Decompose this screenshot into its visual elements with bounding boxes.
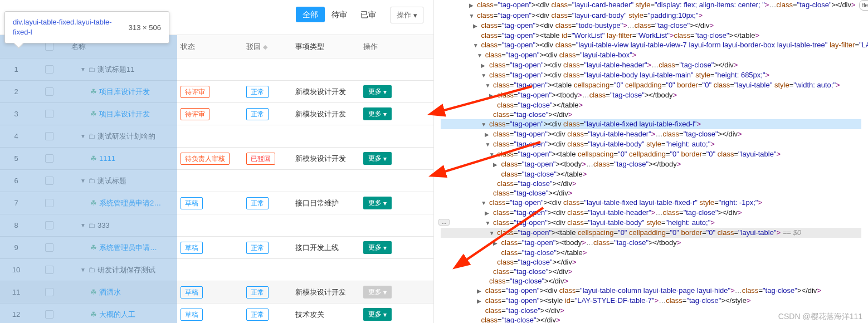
checkbox[interactable] (45, 288, 53, 296)
row-name-link[interactable]: 1111 (99, 154, 115, 163)
table-row[interactable]: 3☘ 项目库设计开发待评审正常新模块设计开发更多 ▾ (0, 103, 433, 125)
expand-toggle-icon[interactable]: ▶ (493, 238, 499, 248)
tree-toggle-icon[interactable]: ▼ (80, 66, 86, 72)
row-name-cell[interactable]: ☘ 洒洒水 (66, 287, 177, 297)
checkbox[interactable] (45, 243, 53, 252)
tree-toggle-icon[interactable]: ▼ (80, 133, 86, 139)
tree-toggle-icon[interactable]: ▼ (80, 222, 86, 228)
expand-toggle-icon[interactable]: ▼ (477, 51, 483, 60)
table-row[interactable]: 5☘ 1111待负责人审核已驳回新模块设计开发更多 ▾ (0, 148, 433, 170)
more-button[interactable]: 更多 ▾ (363, 197, 392, 209)
row-name-link[interactable]: 系统管理员申请… (99, 243, 157, 253)
dom-tree-line[interactable]: ▼ class="tag-open"><div class="layui-tab… (441, 139, 861, 149)
dom-tree-line[interactable]: class="tag-open"><table id="WorkList" la… (441, 31, 861, 40)
expand-toggle-icon[interactable]: ▼ (489, 228, 495, 238)
col-status[interactable]: 状态 (177, 42, 243, 52)
row-name-cell[interactable]: ☘ 项目库设计开发 (66, 109, 177, 119)
more-button[interactable]: 更多 ▾ (363, 241, 392, 254)
dom-tree-line[interactable]: ▶ class="tag-open"><div class="layui-tab… (441, 286, 861, 296)
dom-tree-line[interactable]: ▶ class="tag-open"><tbody>…class="tag-cl… (441, 90, 861, 100)
dom-tree-line[interactable]: ▼ class="tag-open"><table cellspacing="0… (441, 228, 861, 238)
table-row[interactable]: 9☘ 系统管理员申请…草稿正常接口开发上线更多 ▾ (0, 237, 433, 259)
checkbox[interactable] (45, 65, 53, 74)
checkbox[interactable] (45, 110, 53, 118)
expand-toggle-icon[interactable]: ▼ (485, 140, 491, 149)
dom-tree-line[interactable]: ▶ class="tag-open"><div class="layui-tab… (441, 129, 861, 139)
row-name-cell[interactable]: ▼ 🗀 测试标题11 (66, 65, 177, 75)
row-name-link[interactable]: 项目库设计开发 (99, 109, 150, 119)
checkbox[interactable] (45, 199, 53, 207)
row-name-link[interactable]: 洒洒水 (99, 287, 121, 297)
col-reject[interactable]: 驳回◆ (243, 42, 291, 52)
expand-toggle-icon[interactable]: ▶ (481, 61, 487, 70)
checkbox[interactable] (45, 310, 53, 319)
dom-tree-line[interactable]: ▼ class="tag-open"><div class="layui-tab… (441, 40, 861, 50)
table-row[interactable]: 7☘ 系统管理员申请2…草稿正常接口日常维护更多 ▾ (0, 192, 433, 214)
toolbar-action-dropdown[interactable]: 操作 ▾ (391, 7, 423, 23)
row-name-cell[interactable]: ☘ 项目库设计开发 (66, 87, 177, 97)
expand-toggle-icon[interactable]: ▼ (485, 218, 491, 228)
row-name-cell[interactable]: ▼ 🗀 测试研发计划啥的 (66, 131, 177, 141)
checkbox[interactable] (45, 177, 53, 185)
expand-toggle-icon[interactable]: ▼ (481, 198, 487, 208)
more-button[interactable]: 更多 ▾ (363, 286, 392, 298)
dom-tree-line[interactable]: ▼ class="tag-open"><table cellspacing="0… (441, 80, 861, 90)
expand-toggle-icon[interactable]: ▶ (493, 160, 499, 169)
row-name-cell[interactable]: ☘ 系统管理员申请… (66, 243, 177, 253)
row-name-cell[interactable]: ☘ 1111 (66, 154, 177, 163)
row-name-cell[interactable]: ▼ 🗀 333 (66, 221, 177, 229)
dom-tree-line[interactable]: class="tag-close"></div> (441, 267, 861, 276)
dom-tree-line[interactable]: ▶ class="tag-open"><tbody>…class="tag-cl… (441, 159, 861, 169)
dom-tree-line[interactable]: ▶ class="tag-open"><div class="todo-bust… (441, 21, 861, 31)
table-row[interactable]: 10▼ 🗀 研发计划保存测试 (0, 259, 433, 281)
toolbar-tab[interactable]: 已审 (354, 7, 383, 22)
expand-toggle-icon[interactable]: ▼ (481, 71, 487, 80)
dom-tree-line[interactable]: class="tag-close"></div> (441, 179, 861, 188)
toolbar-tab[interactable]: 全部 (296, 7, 325, 22)
expand-toggle-icon[interactable]: ▼ (469, 11, 475, 21)
dom-tree-line[interactable]: ▼ class="tag-open"><div class="layui-tab… (441, 70, 861, 80)
expand-toggle-icon[interactable]: ▼ (489, 150, 495, 159)
dom-tree-line[interactable]: class="tag-close"></div> (441, 188, 861, 198)
dom-tree-line[interactable]: ▼ class="tag-open"><div class="layui-car… (441, 11, 861, 21)
expand-toggle-icon[interactable]: ▶ (477, 286, 483, 296)
expand-toggle-icon[interactable]: ▶ (485, 130, 491, 139)
table-row[interactable]: 1▼ 🗀 测试标题11 (0, 58, 433, 81)
dom-tree-line[interactable]: class="tag-close"></div> (441, 276, 861, 286)
expand-toggle-icon[interactable]: ▶ (477, 296, 483, 306)
row-name-link[interactable]: 项目库设计开发 (99, 87, 150, 97)
expand-toggle-icon[interactable]: ▼ (473, 41, 479, 50)
dom-tree-line[interactable]: ▶ class="tag-open"><div class="layui-car… (441, 0, 861, 11)
row-name-cell[interactable]: ☘ 大概的人工 (66, 310, 177, 320)
table-row[interactable]: 6▼ 🗀 测试标题 (0, 170, 433, 192)
col-type[interactable]: 事项类型 (291, 42, 360, 52)
dom-tree-line[interactable]: class="tag-close"></table> (441, 169, 861, 179)
table-row[interactable]: 8▼ 🗀 333 (0, 214, 433, 237)
checkbox[interactable] (45, 154, 53, 163)
more-button[interactable]: 更多 ▾ (363, 107, 392, 120)
table-row[interactable]: 11☘ 洒洒水草稿正常新模块设计开发更多 ▾ (0, 281, 433, 304)
expand-toggle-icon[interactable]: ▶ (473, 21, 479, 31)
more-button[interactable]: 更多 ▾ (363, 152, 392, 165)
dom-tree-line[interactable]: ▼ class="tag-open"><div class="layui-tab… (441, 50, 861, 60)
table-row[interactable]: 2☘ 项目库设计开发待评审正常新模块设计开发更多 ▾ (0, 81, 433, 103)
checkbox[interactable] (45, 221, 53, 229)
tree-toggle-icon[interactable]: ▼ (80, 178, 86, 184)
row-name-link[interactable]: 系统管理员申请2… (99, 198, 161, 208)
expand-toggle-icon[interactable]: ▼ (485, 81, 491, 90)
tree-toggle-icon[interactable]: ▼ (80, 267, 86, 273)
table-row[interactable]: 12☘ 大概的人工草稿正常技术攻关更多 ▾ (0, 304, 433, 323)
expand-toggle-icon[interactable]: ▶ (469, 1, 475, 10)
checkbox-all[interactable] (45, 42, 53, 51)
table-row[interactable]: 4▼ 🗀 测试研发计划啥的 (0, 125, 433, 148)
dom-tree-line[interactable]: ▶ class="tag-open"><style id="LAY-STYLE-… (441, 296, 861, 306)
sort-icon[interactable]: ◆ (263, 43, 267, 50)
row-name-link[interactable]: 大概的人工 (99, 310, 135, 320)
expand-toggle-icon[interactable]: ▶ (489, 91, 495, 100)
dom-tree-line[interactable]: ▶ class="tag-open"><tbody>…class="tag-cl… (441, 238, 861, 248)
checkbox[interactable] (45, 266, 53, 274)
expand-toggle-icon[interactable]: ▶ (485, 208, 491, 218)
toolbar-tab[interactable]: 待审 (325, 7, 354, 22)
dom-tree-line[interactable]: class="tag-close"></div> (441, 257, 861, 267)
row-name-cell[interactable]: ▼ 🗀 测试标题 (66, 176, 177, 186)
